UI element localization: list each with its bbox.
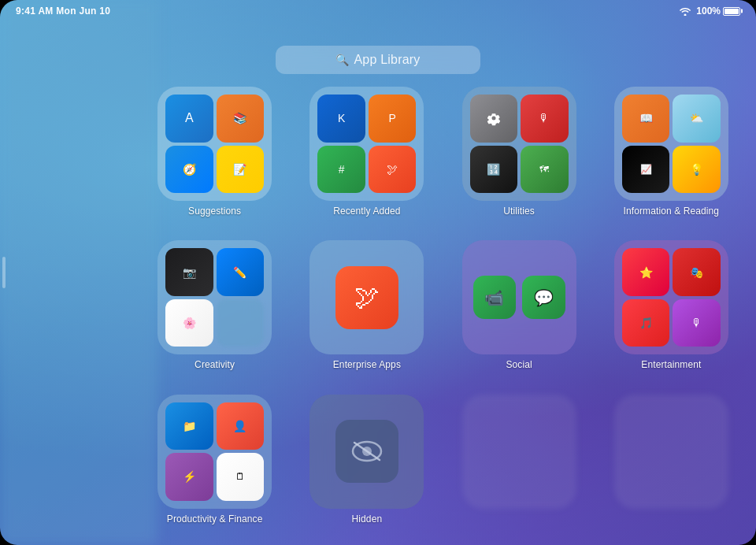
folder-enterprise-label: Enterprise Apps (333, 359, 401, 370)
folder-creativity[interactable]: 📷 ✏️ 🌸 Creativity (146, 240, 284, 375)
app-photobooth: 🎭 (673, 248, 721, 296)
app-shortcuts: ⚡ (165, 453, 213, 501)
app-settings (470, 95, 518, 143)
app-files: 📁 (165, 402, 213, 450)
app-swift2: 🕊 (335, 266, 398, 329)
status-time: 9:41 AM Mon Jun 10 (16, 6, 110, 17)
folder-enterprise[interactable]: 🕊 Enterprise Apps (298, 240, 435, 375)
folder-creativity-label: Creativity (195, 359, 235, 370)
search-bar[interactable]: 🔍 App Library (276, 46, 480, 74)
wifi-icon (679, 6, 691, 16)
app-facetime: 📹 (473, 276, 517, 319)
folder-hidden-label: Hidden (352, 513, 383, 525)
status-right: 100% (679, 6, 740, 17)
folder-recently-label: Recently Added (333, 206, 400, 217)
app-freeform2 (217, 299, 265, 347)
folder-hidden[interactable]: Hidden (298, 395, 435, 529)
app-podcasts: 🎙 (673, 299, 721, 347)
folder-productivity[interactable]: 📁 👤 ⚡ 🗒 Productivity & Finance (146, 395, 284, 529)
folder-social[interactable]: 📹 💬 Social (450, 240, 588, 375)
battery-container: 100% (696, 6, 740, 17)
app-toppicks: ⭐ (622, 248, 670, 296)
side-handle (2, 257, 6, 288)
blur-left (0, 0, 158, 545)
folder-extra-1 (450, 395, 588, 529)
app-contacts: 👤 (217, 402, 265, 450)
app-messages: 💬 (522, 276, 565, 319)
app-safari: 🧭 (165, 146, 213, 194)
app-maps: 🗺 (521, 146, 569, 194)
svg-line-2 (354, 443, 380, 460)
app-numbers: # (317, 146, 365, 194)
screen: 9:41 AM Mon Jun 10 100% 🔍 App Library (0, 0, 756, 545)
app-photos: 🌸 (165, 299, 213, 347)
hidden-eye-icon (335, 420, 398, 483)
app-stocks: 📈 (622, 146, 670, 194)
search-label: App Library (354, 53, 420, 67)
app-freeform: ✏️ (217, 248, 265, 296)
battery-fill (724, 9, 739, 14)
app-grid: A 📚 🧭 📝 Suggestions K P # 🕊 Recently Add… (146, 87, 740, 529)
app-voicememos: 🎙 (521, 95, 569, 143)
status-bar: 9:41 AM Mon Jun 10 100% (0, 0, 756, 22)
app-appstore: A (165, 95, 213, 143)
folder-recently-added[interactable]: K P # 🕊 Recently Added (298, 87, 435, 221)
folder-utilities[interactable]: 🎙 🔢 🗺 Utilities (450, 87, 588, 221)
folder-suggestions-label: Suggestions (188, 206, 241, 217)
app-weather: ⛅ (673, 95, 721, 143)
app-keynote: K (317, 95, 365, 143)
app-calculator: 🔢 (470, 146, 518, 194)
search-icon: 🔍 (335, 54, 349, 66)
app-tips: 💡 (673, 146, 721, 194)
folder-info-reading[interactable]: 📖 ⛅ 📈 💡 Information & Reading (602, 87, 740, 221)
app-music: 🎵 (622, 299, 670, 347)
battery-icon (723, 7, 740, 16)
folder-extra-2 (602, 395, 740, 529)
folder-suggestions[interactable]: A 📚 🧭 📝 Suggestions (146, 87, 284, 221)
app-books2: 📖 (622, 95, 670, 143)
folder-entertainment[interactable]: ⭐ 🎭 🎵 🎙 Entertainment (602, 240, 740, 375)
folder-entertainment-label: Entertainment (641, 359, 701, 370)
folder-info-label: Information & Reading (624, 206, 720, 217)
app-books: 📚 (217, 95, 265, 143)
folder-productivity-label: Productivity & Finance (167, 513, 263, 525)
app-notes: 📝 (217, 146, 265, 194)
battery-percent: 100% (696, 6, 721, 17)
app-reminders: 🗒 (217, 453, 265, 501)
app-pages: P (369, 95, 417, 143)
app-camera: 📷 (165, 248, 213, 296)
folder-utilities-label: Utilities (503, 206, 535, 217)
app-swift: 🕊 (369, 146, 417, 194)
folder-social-label: Social (506, 359, 532, 370)
